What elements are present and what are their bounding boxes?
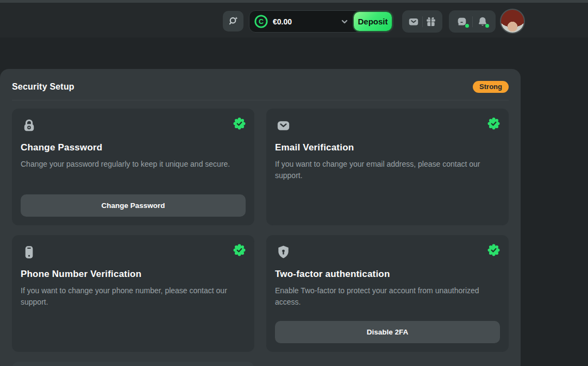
top-navbar: C €0.00 Deposit bbox=[0, 0, 588, 37]
search-button[interactable] bbox=[223, 11, 243, 31]
verified-check-icon bbox=[487, 117, 500, 132]
card-change-password: Change Password Change your password reg… bbox=[12, 109, 254, 225]
card-title: Two-factor authentication bbox=[275, 269, 500, 280]
card-title: Email Verification bbox=[275, 142, 500, 153]
svg-text:C: C bbox=[259, 18, 264, 26]
verified-check-icon bbox=[233, 117, 246, 132]
change-password-button[interactable]: Change Password bbox=[21, 194, 246, 217]
shield-keyhole-icon bbox=[275, 244, 500, 261]
deposit-button[interactable]: Deposit bbox=[354, 12, 392, 31]
password-strength-badge: Strong bbox=[473, 81, 509, 93]
notifications-button[interactable] bbox=[473, 10, 493, 33]
header-divider bbox=[12, 100, 509, 100]
gift-icon bbox=[425, 16, 437, 28]
user-avatar[interactable] bbox=[500, 9, 525, 34]
mail-gift-group bbox=[402, 10, 442, 33]
envelope-icon bbox=[275, 117, 500, 134]
chat-bell-group bbox=[449, 10, 496, 33]
mail-button[interactable] bbox=[405, 10, 422, 33]
card-description: If you want to change your email address… bbox=[275, 159, 500, 181]
disable-2fa-button[interactable]: Disable 2FA bbox=[275, 321, 500, 343]
lock-icon bbox=[21, 117, 246, 134]
wallet-balance-select[interactable]: C €0.00 Deposit bbox=[249, 10, 393, 33]
verified-check-icon bbox=[487, 244, 500, 258]
chat-notification-dot bbox=[465, 24, 469, 28]
card-description: Change your password regularly to keep i… bbox=[21, 159, 246, 170]
search-sparkle-icon bbox=[227, 15, 239, 27]
phone-icon bbox=[21, 244, 246, 261]
card-description: Enable Two-factor to protect your accoun… bbox=[275, 285, 500, 308]
card-title: Phone Number Verification bbox=[21, 269, 246, 280]
chevron-down-icon bbox=[341, 18, 348, 26]
card-phone-verification: Phone Number Verification If you want to… bbox=[12, 235, 254, 352]
wallet-balance: €0.00 bbox=[273, 17, 292, 26]
page-title: Security Setup bbox=[12, 82, 74, 92]
panel-header: Security Setup Strong bbox=[12, 69, 509, 100]
card-two-factor: Two-factor authentication Enable Two-fac… bbox=[266, 235, 509, 352]
card-description: If you want to change your phone number,… bbox=[21, 285, 246, 308]
card-email-verification: Email Verification If you want to change… bbox=[266, 109, 509, 225]
verified-check-icon bbox=[233, 244, 246, 258]
security-cards-grid: Change Password Change your password reg… bbox=[12, 109, 509, 366]
card-partial-next-row bbox=[12, 362, 254, 366]
mail-icon bbox=[408, 16, 420, 28]
bell-notification-dot bbox=[485, 24, 489, 28]
security-setup-panel: Security Setup Strong bbox=[0, 69, 521, 366]
chat-button[interactable] bbox=[452, 10, 472, 33]
card-title: Change Password bbox=[21, 142, 246, 153]
coin-icon: C bbox=[254, 15, 268, 28]
gift-button[interactable] bbox=[423, 10, 440, 33]
